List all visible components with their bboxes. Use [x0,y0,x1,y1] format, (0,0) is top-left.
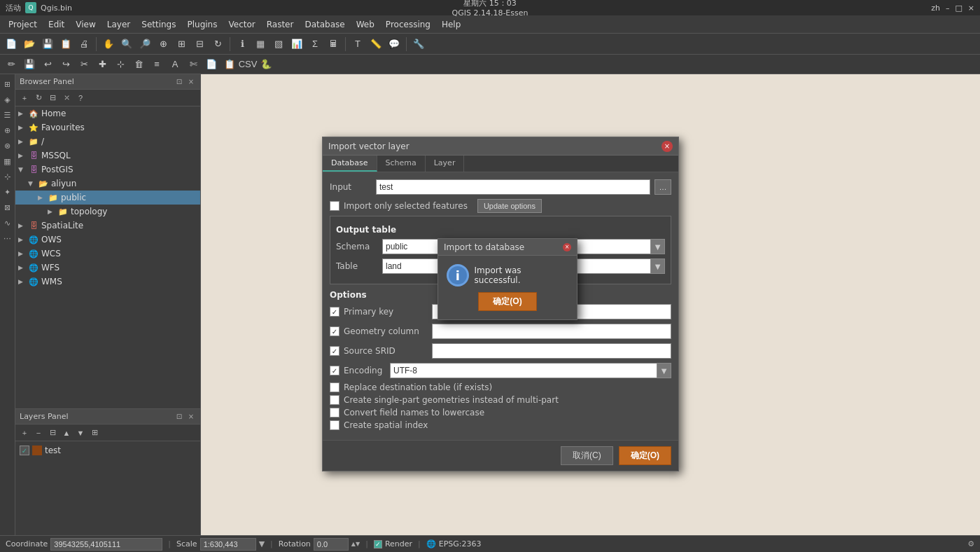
tree-item-postgis[interactable]: ▼ 🗄 PostGIS [15,163,200,177]
annotation-btn[interactable]: 💬 [386,36,402,53]
new-project-btn[interactable]: 📄 [3,36,20,53]
import-db-ok-btn[interactable]: 确定(O) [478,292,536,311]
sidebar-icon-7[interactable]: ⊹ [1,170,15,184]
tab-layer[interactable]: Layer [426,156,465,172]
tree-item-root[interactable]: ▶ 📁 / [15,134,200,149]
layers-expand-btn[interactable]: ⊞ [88,427,101,439]
label-btn[interactable]: T [349,36,366,53]
tree-item-wfs[interactable]: ▶ 🌐 WFS [15,261,200,275]
tree-item-wms[interactable]: ▶ 🌐 WMS [15,275,200,289]
layer-visibility-checkbox[interactable]: ✓ [20,446,29,455]
zoom-selection-btn[interactable]: ⊟ [191,36,208,53]
attribute-table-btn[interactable]: 📊 [288,36,305,53]
tree-item-public[interactable]: ▶ 📁 public [15,191,200,205]
menu-raster[interactable]: Raster [261,18,300,31]
geometry-col-checkbox[interactable]: ✓ [330,326,340,336]
menu-layer[interactable]: Layer [102,18,136,31]
layers-add-btn[interactable]: + [18,427,31,439]
plugins-btn[interactable]: 🔧 [410,36,427,53]
deselect-btn[interactable]: ▧ [270,36,287,53]
input-browse-btn[interactable]: … [654,179,671,195]
menu-vector[interactable]: Vector [223,18,260,31]
input-field[interactable] [376,179,650,195]
stats-btn[interactable]: Σ [307,36,323,53]
layers-remove-btn[interactable]: − [32,427,45,439]
sidebar-icon-9[interactable]: ⊠ [1,200,15,214]
lowercase-checkbox[interactable] [330,408,340,418]
cut-btn[interactable]: ✄ [185,56,202,73]
schema-arrow[interactable]: ▼ [651,239,665,254]
table-arrow[interactable]: ▼ [651,258,665,274]
window-close[interactable]: × [968,4,974,13]
calculator-btn[interactable]: 🖩 [325,36,342,53]
import-dialog-close-btn[interactable]: × [662,141,673,152]
menu-view[interactable]: View [70,18,101,31]
update-options-btn[interactable]: Update options [477,199,542,213]
identify-btn[interactable]: ℹ [234,36,251,53]
browser-refresh-btn[interactable]: ↻ [32,92,45,104]
menu-web[interactable]: Web [351,18,380,31]
source-srid-checkbox[interactable]: ✓ [330,346,340,356]
tab-database[interactable]: Database [323,156,377,172]
delete-btn[interactable]: 🗑 [130,56,147,73]
rotation-up[interactable]: ▲▼ [351,541,360,547]
browser-filter-btn[interactable]: ⊟ [46,92,59,104]
tree-item-topology[interactable]: ▶ 📁 topology [15,205,200,219]
tree-item-favourites[interactable]: ▶ ⭐ Favourites [15,120,200,134]
layers-panel-close[interactable]: × [186,412,196,422]
tree-item-aliyun[interactable]: ▼ 📂 aliyun [15,177,200,191]
import-cancel-btn[interactable]: 取消(C) [561,446,613,465]
replace-dest-checkbox[interactable] [330,382,340,392]
layers-filter-btn[interactable]: ⊟ [46,427,59,439]
sidebar-icon-2[interactable]: ◈ [1,92,15,106]
menu-processing[interactable]: Processing [380,18,436,31]
scale-input[interactable] [200,538,256,551]
encoding-input[interactable] [390,363,657,378]
add-feature-btn[interactable]: ✚ [94,56,111,73]
zoom-in-btn[interactable]: 🔍 [118,36,135,53]
measure-btn[interactable]: 📏 [368,36,384,53]
zoom-extent-btn[interactable]: ⊕ [155,36,172,53]
layer-item-test[interactable]: ✓ test [17,443,199,458]
tree-item-ows[interactable]: ▶ 🌐 OWS [15,233,200,247]
sidebar-icon-6[interactable]: ▦ [1,154,15,168]
digitize-btn[interactable]: ✂ [76,56,92,73]
copy-btn[interactable]: 📄 [203,56,220,73]
tree-item-home[interactable]: ▶ 🏠 Home [15,106,200,120]
single-part-checkbox[interactable] [330,395,340,405]
menu-database[interactable]: Database [299,18,350,31]
import-db-close-btn[interactable]: × [563,243,571,251]
sidebar-icon-3[interactable]: ☰ [1,108,15,122]
coordinate-input[interactable] [50,538,162,551]
rotation-input[interactable] [314,538,349,551]
settings-icon[interactable]: ⚙ [967,539,974,548]
layers-down-btn[interactable]: ▼ [74,427,87,439]
import-only-checkbox[interactable] [330,201,340,211]
encoding-arrow[interactable]: ▼ [657,363,671,378]
menu-help[interactable]: Help [436,18,466,31]
source-srid-input[interactable] [432,343,671,359]
pan-btn[interactable]: ✋ [100,36,117,53]
layers-panel-float[interactable]: ⊡ [174,412,184,422]
save-project-btn[interactable]: 💾 [39,36,56,53]
sidebar-icon-5[interactable]: ⊗ [1,139,15,153]
primary-key-checkbox[interactable]: ✓ [330,307,340,317]
menu-edit[interactable]: Edit [43,18,70,31]
browser-panel-float[interactable]: ⊡ [174,77,184,87]
window-min[interactable]: – [946,4,950,13]
sidebar-icon-11[interactable]: ⋯ [1,231,15,245]
browser-panel-close[interactable]: × [186,77,196,87]
tab-schema[interactable]: Schema [377,156,426,172]
geometry-col-input[interactable] [432,324,671,339]
sidebar-icon-8[interactable]: ✦ [1,185,15,199]
csv-btn[interactable]: CSV [239,56,256,73]
menu-plugins[interactable]: Plugins [181,18,223,31]
menu-settings[interactable]: Settings [136,18,181,31]
browser-collapse-btn[interactable]: ⤫ [60,92,73,104]
move-btn[interactable]: ⊹ [112,56,129,73]
menu-project[interactable]: Project [3,18,43,31]
select-btn[interactable]: ▦ [252,36,269,53]
sidebar-icon-10[interactable]: ∿ [1,216,15,230]
undo-btn[interactable]: ↩ [39,56,56,73]
render-checkbox[interactable]: ✓ [374,540,382,548]
